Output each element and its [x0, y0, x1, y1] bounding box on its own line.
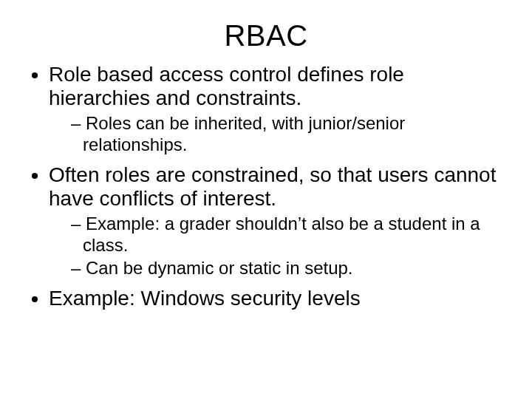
bullet-list: Role based access control defines role h…	[22, 63, 510, 310]
sub-bullet-list: Example: a grader shouldn’t also be a st…	[49, 214, 510, 279]
bullet-text: Often roles are constrained, so that use…	[49, 163, 496, 210]
sub-bullet-text: Can be dynamic or static in setup.	[86, 258, 353, 278]
bullet-item: Role based access control defines role h…	[49, 63, 510, 156]
sub-bullet-item: Roles can be inherited, with junior/seni…	[71, 113, 510, 156]
sub-bullet-item: Example: a grader shouldn’t also be a st…	[71, 214, 510, 256]
bullet-text: Role based access control defines role h…	[49, 63, 404, 109]
sub-bullet-list: Roles can be inherited, with junior/seni…	[49, 113, 510, 156]
slide-title: RBAC	[22, 19, 510, 52]
sub-bullet-item: Can be dynamic or static in setup.	[71, 258, 510, 279]
slide: RBAC Role based access control defines r…	[0, 0, 532, 399]
sub-bullet-text: Example: a grader shouldn’t also be a st…	[83, 214, 480, 255]
sub-bullet-text: Roles can be inherited, with junior/seni…	[83, 113, 405, 154]
bullet-item: Often roles are constrained, so that use…	[49, 163, 510, 279]
bullet-text: Example: Windows security levels	[49, 287, 361, 310]
bullet-item: Example: Windows security levels	[49, 287, 510, 310]
